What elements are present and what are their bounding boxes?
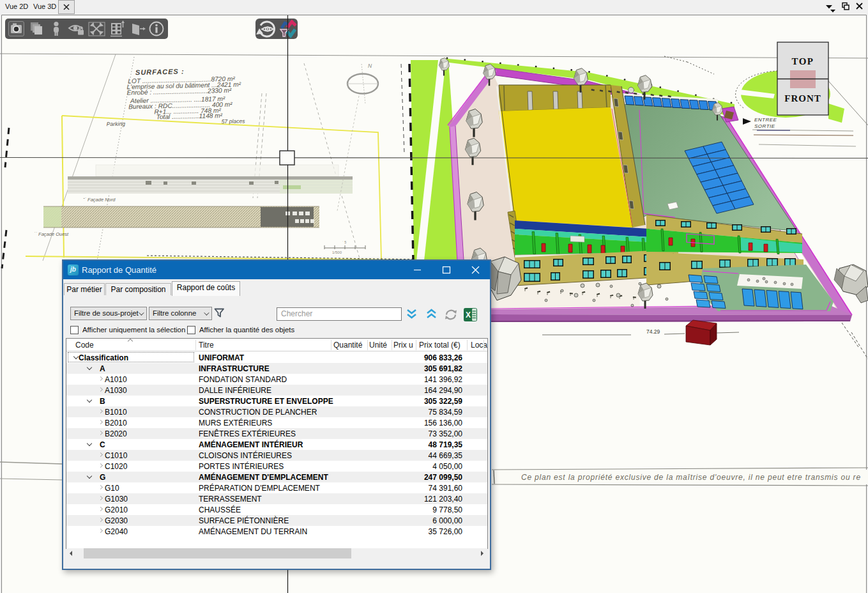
svg-text:SORTIE: SORTIE [754,123,775,129]
svg-text:ENTREE: ENTREE [754,117,777,123]
svg-text:SURFACES :: SURFACES : [135,67,185,76]
svg-text:X: X [466,311,471,320]
svg-text:FRONT: FRONT [784,93,821,104]
svg-text:1/500: 1/500 [332,250,342,254]
svg-text:74.29: 74.29 [646,328,660,335]
svg-text:˙ 5: ˙ 5 [342,240,346,244]
svg-text:N: N [368,63,372,69]
svg-text:˙˙ Façade Ouest: ˙˙ Façade Ouest [34,231,69,237]
svg-text:ˆ˙ Façade Nord: ˆ˙ Façade Nord [83,197,116,203]
svg-text:Ce plan est la propriété exclu: Ce plan est la propriété exclusive de la… [521,473,861,482]
svg-text:TOP: TOP [791,56,814,66]
svg-text:Parking: Parking [107,121,126,128]
svg-text:57 places: 57 places [222,118,246,125]
